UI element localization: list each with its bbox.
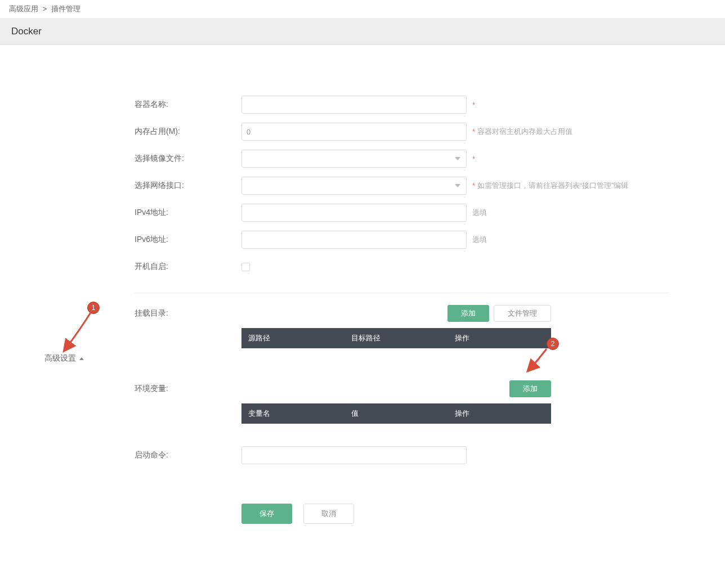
ipv6-hint: 选填 (472, 235, 487, 245)
breadcrumb-parent[interactable]: 高级应用 (9, 5, 38, 13)
page-title: Docker (0, 18, 725, 45)
section-divider (135, 293, 669, 293)
container-name-label: 容器名称: (135, 100, 241, 110)
breadcrumb-sep: > (43, 5, 47, 13)
annotation-badge-1: 1 (87, 302, 100, 314)
save-button[interactable]: 保存 (241, 504, 292, 524)
ipv4-label: IPv4地址: (135, 208, 241, 218)
container-name-input[interactable] (241, 96, 467, 114)
launch-cmd-input[interactable] (241, 446, 467, 464)
autostart-label: 开机自启: (135, 262, 241, 272)
memory-label: 内存占用(M): (135, 127, 241, 137)
chevron-up-icon (79, 357, 84, 360)
autostart-checkbox[interactable] (241, 263, 250, 271)
advanced-settings-label: 高级设置 (44, 353, 76, 363)
mount-table-header: 源路径 目标路径 操作 (241, 328, 551, 348)
net-iface-hint: * 如需管理接口，请前往容器列表“接口管理”编辑 (472, 181, 628, 191)
ipv4-hint: 选填 (472, 208, 487, 218)
mount-label: 挂载目录: (135, 308, 241, 318)
breadcrumb-current[interactable]: 插件管理 (51, 5, 80, 13)
ipv6-input[interactable] (241, 231, 467, 249)
breadcrumb[interactable]: 高级应用 > 插件管理 (0, 0, 725, 18)
mount-col-action: 操作 (448, 328, 551, 348)
launch-cmd-label: 启动命令: (135, 450, 241, 460)
net-iface-label: 选择网络接口: (135, 181, 241, 191)
net-iface-select[interactable] (241, 177, 467, 195)
ipv6-label: IPv6地址: (135, 235, 241, 245)
chevron-down-icon (455, 184, 460, 187)
image-file-hint: * (472, 155, 475, 163)
env-table-header: 变量名 值 操作 (241, 403, 551, 424)
env-col-value: 值 (344, 403, 447, 424)
mount-col-target: 目标路径 (344, 328, 447, 348)
mount-col-source: 源路径 (241, 328, 344, 348)
cancel-button[interactable]: 取消 (303, 504, 354, 524)
container-name-hint: * (472, 101, 475, 109)
chevron-down-icon (455, 157, 460, 160)
env-add-button[interactable]: 添加 (509, 380, 551, 397)
memory-input[interactable] (241, 123, 467, 141)
mount-add-button[interactable]: 添加 (447, 305, 489, 322)
image-file-select[interactable] (241, 150, 467, 168)
env-label: 环境变量: (135, 384, 241, 394)
image-file-label: 选择镜像文件: (135, 154, 241, 164)
file-manage-button[interactable]: 文件管理 (494, 305, 551, 322)
advanced-settings-toggle[interactable]: 高级设置 (44, 353, 84, 363)
env-col-action: 操作 (448, 403, 551, 424)
env-col-name: 变量名 (241, 403, 344, 424)
ipv4-input[interactable] (241, 204, 467, 222)
memory-hint: * 容器对宿主机内存最大占用值 (472, 127, 572, 137)
annotation-1: 1 (60, 302, 105, 358)
